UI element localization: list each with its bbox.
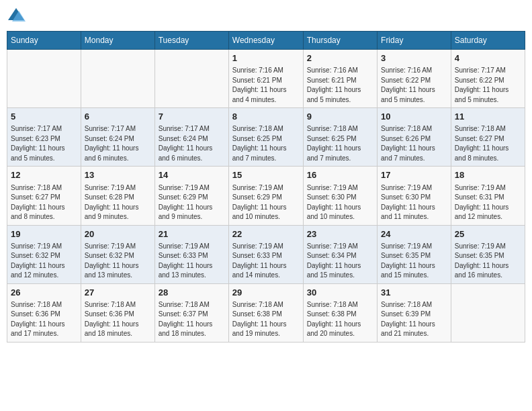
cell-content: Sunrise: 7:18 AM (232, 300, 300, 310)
cell-content: Daylight: 11 hours and 10 minutes. (307, 203, 373, 222)
calendar-cell: 18Sunrise: 7:19 AMSunset: 6:31 PMDayligh… (451, 167, 525, 225)
cell-content: Daylight: 11 hours and 7 minutes. (381, 144, 447, 163)
header-row: SundayMondayTuesdayWednesdayThursdayFrid… (7, 32, 525, 50)
calendar-cell: 3Sunrise: 7:16 AMSunset: 6:22 PMDaylight… (378, 50, 451, 108)
cell-content: Daylight: 11 hours and 19 minutes. (232, 320, 300, 339)
calendar-cell: 11Sunrise: 7:18 AMSunset: 6:27 PMDayligh… (451, 108, 525, 167)
calendar-cell: 21Sunrise: 7:19 AMSunset: 6:33 PMDayligh… (154, 225, 228, 283)
day-number: 29 (232, 287, 300, 299)
cell-content: Sunset: 6:38 PM (307, 310, 373, 320)
day-number: 13 (85, 169, 151, 181)
cell-content: Sunset: 6:33 PM (159, 251, 225, 261)
cell-content: Sunrise: 7:18 AM (11, 183, 77, 193)
cell-content: Daylight: 11 hours and 9 minutes. (159, 203, 225, 222)
calendar-cell: 2Sunrise: 7:16 AMSunset: 6:21 PMDaylight… (303, 50, 377, 108)
cell-content: Sunrise: 7:19 AM (307, 183, 373, 193)
cell-content: Sunset: 6:36 PM (11, 310, 77, 320)
cell-content: Sunset: 6:21 PM (232, 76, 300, 86)
cell-content: Sunset: 6:30 PM (307, 193, 373, 203)
logo (7, 7, 27, 26)
cell-content: Daylight: 11 hours and 18 minutes. (85, 320, 151, 339)
cell-content: Daylight: 11 hours and 15 minutes. (381, 261, 447, 281)
week-row-0: 1Sunrise: 7:16 AMSunset: 6:21 PMDaylight… (7, 50, 525, 108)
calendar-cell: 10Sunrise: 7:18 AMSunset: 6:26 PMDayligh… (378, 108, 451, 167)
cell-content: Sunrise: 7:17 AM (159, 124, 225, 134)
cell-content: Sunset: 6:23 PM (11, 134, 77, 144)
cell-content: Sunset: 6:27 PM (455, 134, 521, 144)
day-header-saturday: Saturday (451, 32, 525, 50)
cell-content: Sunset: 6:25 PM (307, 134, 373, 144)
day-header-thursday: Thursday (303, 32, 377, 50)
cell-content: Sunset: 6:32 PM (11, 251, 77, 261)
calendar-cell: 1Sunrise: 7:16 AMSunset: 6:21 PMDaylight… (228, 50, 303, 108)
cell-content: Sunset: 6:24 PM (85, 134, 151, 144)
cell-content: Sunrise: 7:19 AM (85, 242, 151, 252)
day-number: 26 (11, 287, 77, 299)
calendar-cell: 4Sunrise: 7:17 AMSunset: 6:22 PMDaylight… (451, 50, 525, 108)
cell-content: Daylight: 11 hours and 4 minutes. (232, 85, 300, 105)
cell-content: Sunset: 6:24 PM (159, 134, 225, 144)
day-number: 23 (307, 228, 373, 240)
cell-content: Sunrise: 7:17 AM (85, 124, 151, 134)
calendar-cell: 8Sunrise: 7:18 AMSunset: 6:25 PMDaylight… (228, 108, 303, 167)
calendar-cell: 15Sunrise: 7:19 AMSunset: 6:29 PMDayligh… (228, 167, 303, 225)
calendar-cell: 27Sunrise: 7:18 AMSunset: 6:36 PMDayligh… (81, 283, 154, 342)
day-number: 25 (455, 228, 521, 240)
cell-content: Sunrise: 7:18 AM (159, 300, 225, 310)
cell-content: Sunset: 6:29 PM (232, 193, 300, 203)
cell-content: Sunrise: 7:19 AM (455, 242, 521, 252)
calendar-cell (7, 50, 81, 108)
week-row-3: 19Sunrise: 7:19 AMSunset: 6:32 PMDayligh… (7, 225, 525, 283)
calendar-cell: 28Sunrise: 7:18 AMSunset: 6:37 PMDayligh… (154, 283, 228, 342)
cell-content: Sunset: 6:21 PM (307, 76, 373, 86)
cell-content: Daylight: 11 hours and 14 minutes. (232, 261, 300, 281)
calendar-cell: 9Sunrise: 7:18 AMSunset: 6:25 PMDaylight… (303, 108, 377, 167)
calendar-cell: 30Sunrise: 7:18 AMSunset: 6:38 PMDayligh… (303, 283, 377, 342)
day-number: 11 (455, 111, 521, 123)
cell-content: Sunset: 6:35 PM (455, 251, 521, 261)
day-number: 18 (455, 169, 521, 181)
cell-content: Daylight: 11 hours and 16 minutes. (455, 261, 521, 281)
cell-content: Daylight: 11 hours and 13 minutes. (159, 261, 225, 281)
calendar-cell (451, 283, 525, 342)
cell-content: Sunrise: 7:19 AM (307, 242, 373, 252)
day-number: 24 (381, 228, 447, 240)
day-number: 2 (307, 52, 373, 64)
logo-icon (7, 7, 26, 26)
day-number: 19 (11, 228, 77, 240)
cell-content: Daylight: 11 hours and 9 minutes. (85, 203, 151, 222)
week-row-2: 12Sunrise: 7:18 AMSunset: 6:27 PMDayligh… (7, 167, 525, 225)
day-header-wednesday: Wednesday (228, 32, 303, 50)
calendar-cell: 12Sunrise: 7:18 AMSunset: 6:27 PMDayligh… (7, 167, 81, 225)
cell-content: Daylight: 11 hours and 5 minutes. (307, 85, 373, 105)
day-number: 15 (232, 169, 300, 181)
day-number: 30 (307, 287, 373, 299)
cell-content: Sunrise: 7:18 AM (381, 300, 447, 310)
cell-content: Sunset: 6:32 PM (85, 251, 151, 261)
cell-content: Sunrise: 7:16 AM (381, 66, 447, 76)
day-number: 17 (381, 169, 447, 181)
week-row-4: 26Sunrise: 7:18 AMSunset: 6:36 PMDayligh… (7, 283, 525, 342)
day-number: 7 (159, 111, 225, 123)
cell-content: Sunset: 6:34 PM (307, 251, 373, 261)
calendar-cell: 26Sunrise: 7:18 AMSunset: 6:36 PMDayligh… (7, 283, 81, 342)
cell-content: Daylight: 11 hours and 8 minutes. (11, 203, 77, 222)
day-number: 22 (232, 228, 300, 240)
day-header-monday: Monday (81, 32, 154, 50)
cell-content: Sunrise: 7:17 AM (455, 66, 521, 76)
cell-content: Sunset: 6:25 PM (232, 134, 300, 144)
day-number: 4 (455, 52, 521, 64)
cell-content: Sunrise: 7:16 AM (232, 66, 300, 76)
cell-content: Sunrise: 7:18 AM (307, 124, 373, 134)
cell-content: Sunset: 6:31 PM (455, 193, 521, 203)
cell-content: Daylight: 11 hours and 5 minutes. (455, 85, 521, 105)
cell-content: Daylight: 11 hours and 12 minutes. (11, 261, 77, 281)
cell-content: Sunset: 6:36 PM (85, 310, 151, 320)
day-number: 12 (11, 169, 77, 181)
cell-content: Sunrise: 7:19 AM (381, 183, 447, 193)
calendar-cell: 14Sunrise: 7:19 AMSunset: 6:29 PMDayligh… (154, 167, 228, 225)
calendar-cell: 23Sunrise: 7:19 AMSunset: 6:34 PMDayligh… (303, 225, 377, 283)
calendar-cell: 20Sunrise: 7:19 AMSunset: 6:32 PMDayligh… (81, 225, 154, 283)
cell-content: Sunset: 6:38 PM (232, 310, 300, 320)
cell-content: Daylight: 11 hours and 17 minutes. (11, 320, 77, 339)
